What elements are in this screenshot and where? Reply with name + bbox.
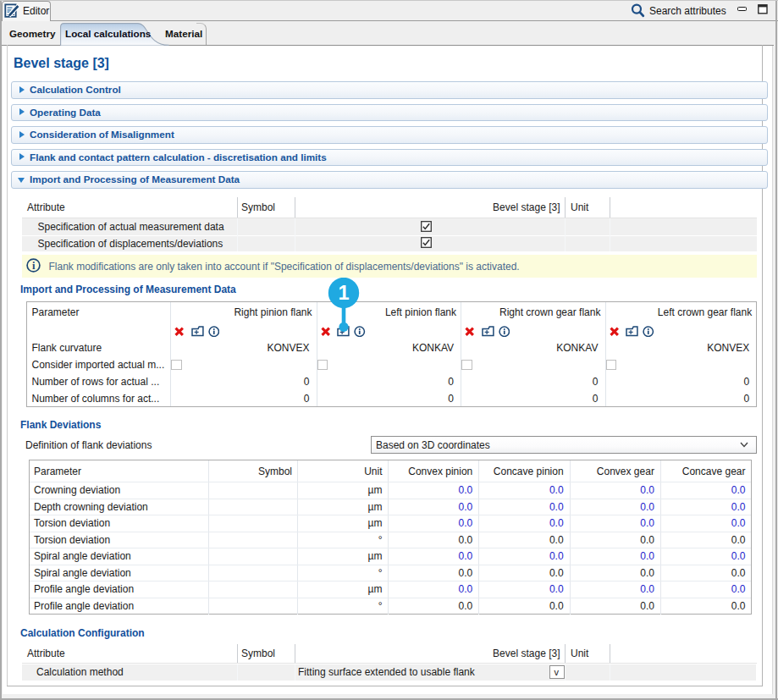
svg-text:1: 1 [338, 282, 349, 304]
svg-text:i: i [32, 260, 36, 272]
